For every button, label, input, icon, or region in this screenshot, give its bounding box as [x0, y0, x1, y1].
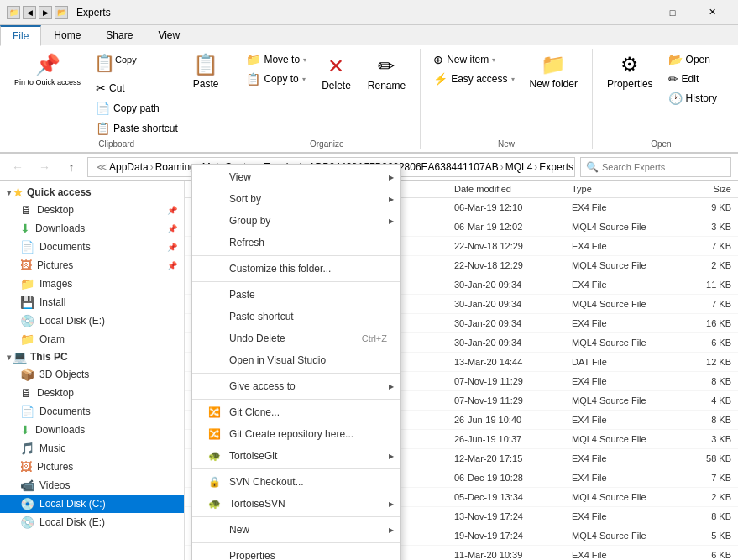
ctx-item-icon [206, 214, 222, 228]
context-menu-separator [192, 542, 400, 543]
context-menu-separator [192, 468, 400, 469]
open-button[interactable]: 📂 Open [662, 50, 723, 69]
new-folder-button[interactable]: 📁 New folder [522, 49, 585, 94]
sidebar-item-local-disk-e2[interactable]: 💿 Local Disk (E:) [0, 513, 184, 531]
close-button[interactable]: ✕ [693, 0, 731, 25]
new-item-button[interactable]: ⊕ New item ▾ [427, 50, 520, 69]
move-to-button[interactable]: 📁 Move to ▾ [240, 50, 312, 69]
ctx-item-label: SVN Checkout... [229, 476, 304, 488]
window-controls[interactable]: − □ ✕ [614, 0, 731, 25]
file-type-17: MQL4 Source File [572, 531, 673, 541]
copy-to-button[interactable]: 📋 Copy to ▾ [240, 70, 312, 88]
history-button[interactable]: 🕐 History [662, 89, 723, 107]
properties-button[interactable]: ⚙ Properties [599, 49, 661, 94]
context-menu-item-new[interactable]: New [192, 519, 400, 541]
easy-access-button[interactable]: ⚡ Easy access ▾ [427, 70, 520, 88]
open-icon: 📂 [668, 53, 683, 66]
context-menu-item-git-clone---[interactable]: 🔀 Git Clone... [192, 401, 400, 423]
title-bar-icons: 📁 ◀ ▶ 📂 [7, 6, 68, 19]
ctx-item-label: Undo Delete [229, 332, 285, 344]
context-menu-item-paste[interactable]: Paste [192, 284, 400, 306]
context-menu-item-sort-by[interactable]: Sort by [192, 188, 400, 210]
back-button[interactable]: ← [7, 156, 29, 178]
forward-quick: ▶ [39, 6, 52, 19]
sidebar-item-documents[interactable]: 📄 Documents 📌 [0, 238, 184, 256]
path-part-roaming[interactable]: Roaming [155, 161, 196, 173]
ctx-item-icon: 🐢 [206, 497, 222, 510]
ctx-item-label: Sort by [229, 193, 261, 205]
cut-button[interactable]: ✂ Cut [90, 79, 184, 97]
context-menu-item-undo-delete[interactable]: Undo Delete Ctrl+Z [192, 327, 400, 349]
edit-button[interactable]: ✏ Edit [662, 70, 723, 88]
sidebar-item-music[interactable]: 🎵 Music [0, 439, 184, 458]
context-menu-item-paste-shortcut[interactable]: Paste shortcut [192, 306, 400, 327]
delete-button[interactable]: ✕ Delete [314, 50, 359, 96]
cut-icon: ✂ [96, 81, 106, 95]
search-input[interactable] [602, 162, 725, 172]
context-menu-item-svn-checkout---[interactable]: 🔒 SVN Checkout... [192, 471, 400, 493]
file-date-7: 30-Jan-20 09:34 [454, 338, 572, 348]
file-type-18: EX4 File [572, 550, 673, 560]
up-button[interactable]: ↑ [60, 156, 82, 178]
context-menu-item-view[interactable]: View [192, 166, 400, 188]
pin-icon: 📌 [35, 53, 60, 76]
context-menu-item-refresh[interactable]: Refresh [192, 232, 400, 254]
maximize-button[interactable]: □ [653, 0, 692, 25]
sidebar-item-install[interactable]: 💾 Install [0, 293, 184, 311]
ctx-item-label: Group by [229, 215, 270, 227]
context-menu-item-properties[interactable]: Properties [192, 545, 400, 560]
tab-file[interactable]: File [0, 25, 41, 46]
local-disk-c-icon: 💿 [20, 497, 34, 510]
file-date-14: 06-Dec-19 10:28 [454, 473, 572, 483]
sidebar-item-videos[interactable]: 📹 Videos [0, 476, 184, 495]
context-menu-item-tortoisegit[interactable]: 🐢 TortoiseGit [192, 445, 400, 467]
paste-button[interactable]: 📋 Paste [186, 49, 227, 94]
path-part-mql4[interactable]: MQL4 [505, 161, 533, 173]
col-date[interactable]: Date modified [454, 184, 572, 194]
ctx-item-icon [206, 549, 222, 560]
sidebar-item-pictures[interactable]: 🖼 Pictures 📌 [0, 256, 184, 275]
context-menu-item-customize-this-folder---[interactable]: Customize this folder... [192, 258, 400, 280]
context-menu-item-open-in-visual-studio[interactable]: Open in Visual Studio [192, 349, 400, 371]
context-menu-item-group-by[interactable]: Group by [192, 210, 400, 232]
minimize-button[interactable]: − [614, 0, 652, 25]
tab-view[interactable]: View [145, 25, 192, 45]
sidebar-item-oram[interactable]: 📁 Oram [0, 330, 184, 348]
copy-path-button[interactable]: 📄 Copy path [90, 99, 184, 118]
sidebar-item-downloads-pc[interactable]: ⬇ Downloads [0, 421, 184, 439]
rename-button[interactable]: ✏ Rename [360, 50, 413, 96]
sidebar-item-local-disk-c[interactable]: 💿 Local Disk (C:) [0, 495, 184, 513]
sidebar-item-images[interactable]: 📁 Images [0, 275, 184, 293]
forward-button[interactable]: → [34, 156, 55, 178]
col-type[interactable]: Type [572, 184, 673, 194]
sidebar-quick-access-header[interactable]: ▾ ★ Quick access [0, 184, 184, 201]
file-type-6: EX4 File [572, 318, 673, 328]
sidebar: ▾ ★ Quick access 🖥 Desktop 📌 ⬇ Downloads… [0, 181, 185, 560]
tab-home[interactable]: Home [41, 25, 93, 45]
sidebar-item-documents-pc[interactable]: 📄 Documents [0, 402, 184, 421]
file-size-3: 2 KB [673, 260, 731, 270]
col-size[interactable]: Size [673, 184, 731, 194]
sidebar-item-desktop-pc[interactable]: 🖥 Desktop [0, 384, 184, 402]
file-size-8: 12 KB [673, 357, 731, 367]
context-menu-item-give-access-to[interactable]: Give access to [192, 375, 400, 397]
path-part-appdata[interactable]: AppData [109, 161, 149, 173]
sidebar-this-pc-header[interactable]: ▾ 💻 This PC [0, 348, 184, 365]
context-menu-item-tortoisesvn[interactable]: 🐢 TortoiseSVN [192, 493, 400, 515]
paste-shortcut-button[interactable]: 📋 Paste shortcut [90, 119, 184, 138]
file-date-5: 30-Jan-20 09:34 [454, 299, 572, 309]
path-part-experts[interactable]: Experts [539, 161, 573, 173]
copy-button[interactable]: 📋 Copy [90, 50, 184, 77]
sidebar-item-local-disk-e[interactable]: 💿 Local Disk (E:) [0, 311, 184, 330]
context-menu-item-git-create-repository-here---[interactable]: 🔀 Git Create repository here... [192, 423, 400, 445]
sidebar-item-desktop[interactable]: 🖥 Desktop 📌 [0, 201, 184, 219]
sidebar-item-pictures-pc[interactable]: 🖼 Pictures [0, 458, 184, 476]
tab-share[interactable]: Share [93, 25, 145, 45]
local-disk-e2-icon: 💿 [20, 516, 34, 529]
desktop-icon: 🖥 [20, 203, 32, 217]
ctx-item-label: Git Clone... [229, 406, 280, 418]
sidebar-item-downloads[interactable]: ⬇ Downloads 📌 [0, 219, 184, 238]
pin-to-quick-button[interactable]: 📌 Pin to Quick access [7, 49, 88, 92]
search-box[interactable]: 🔍 [580, 157, 731, 177]
sidebar-item-3d-objects[interactable]: 📦 3D Objects [0, 365, 184, 384]
